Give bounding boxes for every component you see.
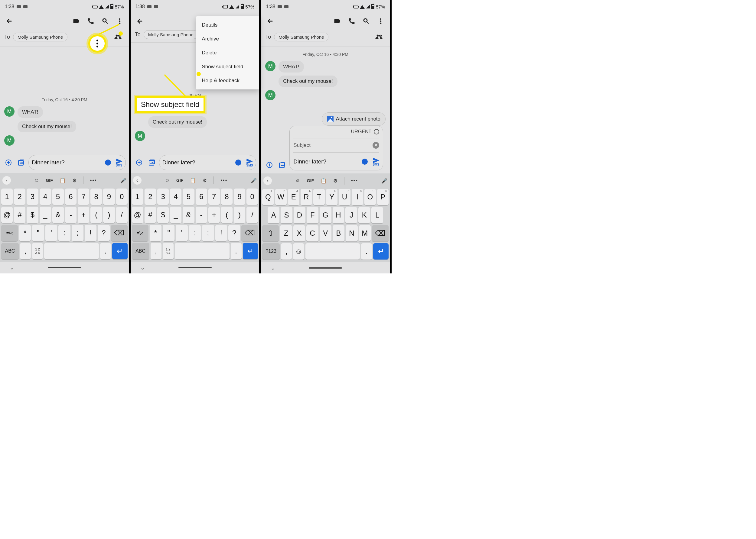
key[interactable]: 5	[183, 189, 194, 205]
key[interactable]: Y6	[326, 189, 337, 205]
keyboard-collapse-button[interactable]: ‹	[263, 177, 272, 185]
key[interactable]: _	[40, 207, 51, 223]
key[interactable]: !	[85, 225, 96, 241]
key[interactable]: (	[90, 207, 102, 223]
key[interactable]: O9	[364, 189, 376, 205]
key[interactable]: =\<	[1, 225, 18, 241]
sticker-icon[interactable]: ☺	[295, 178, 300, 184]
key[interactable]: :	[58, 225, 70, 241]
sticker-icon[interactable]: ☺	[34, 178, 39, 183]
key[interactable]: #	[14, 207, 25, 223]
compose-input[interactable]: Dinner later? SMS	[29, 155, 126, 170]
key[interactable]: 3	[157, 189, 169, 205]
clipboard-icon[interactable]: 📋	[190, 178, 196, 184]
video-call-button[interactable]	[331, 15, 344, 28]
key[interactable]: G	[320, 207, 331, 223]
phone-call-button[interactable]	[345, 15, 358, 28]
key[interactable]: ⇧	[262, 225, 279, 241]
message-bubble[interactable]: Check out my mouse!	[148, 116, 207, 128]
avatar[interactable]: M	[265, 90, 275, 100]
nav-caret-icon[interactable]: ⌄	[271, 265, 275, 271]
settings-icon[interactable]: ⚙	[333, 178, 337, 184]
key[interactable]: ABC	[1, 243, 19, 259]
key[interactable]: 7	[208, 189, 220, 205]
urgent-toggle[interactable]: URGENT	[293, 129, 379, 134]
emoji-button[interactable]	[233, 157, 244, 168]
key[interactable]	[44, 243, 99, 259]
key[interactable]: ,	[150, 243, 161, 259]
key[interactable]: ,	[281, 243, 292, 260]
menu-item-help[interactable]: Help & feedback	[196, 74, 259, 88]
key[interactable]: *	[150, 225, 161, 241]
key[interactable]: K	[358, 207, 370, 223]
key[interactable]: 1 23 4	[163, 243, 174, 259]
gif-button[interactable]: GIF	[46, 178, 52, 183]
key[interactable]: .	[100, 243, 111, 259]
key[interactable]: P0	[377, 189, 389, 205]
key[interactable]: U7	[339, 189, 350, 205]
key[interactable]: ⌫	[241, 225, 258, 241]
key[interactable]: :	[189, 225, 201, 241]
attach-recent-photo-button[interactable]: Attach recent photo	[322, 113, 386, 126]
emoji-button[interactable]	[103, 157, 113, 168]
settings-icon[interactable]: ⚙	[203, 178, 207, 184]
key[interactable]: 0	[116, 189, 128, 205]
message-bubble[interactable]: Check out my mouse!	[278, 76, 337, 87]
home-indicator[interactable]	[48, 267, 81, 268]
key[interactable]: V	[320, 225, 331, 241]
key[interactable]: "	[163, 225, 174, 241]
more-icon[interactable]: •••	[221, 178, 228, 183]
key[interactable]: /	[246, 207, 258, 223]
key[interactable]: ⌫	[111, 225, 128, 241]
key[interactable]: H	[332, 207, 344, 223]
key[interactable]: .	[361, 243, 372, 260]
clear-subject-button[interactable]: ✕	[373, 142, 379, 149]
key[interactable]: 2	[14, 189, 25, 205]
key[interactable]: 8	[221, 189, 233, 205]
menu-item-archive[interactable]: Archive	[196, 32, 259, 46]
key[interactable]: 1	[1, 189, 13, 205]
key[interactable]: 9	[234, 189, 245, 205]
add-attachment-button[interactable]	[134, 157, 144, 168]
key[interactable]: ;	[72, 225, 83, 241]
key[interactable]: @	[1, 207, 13, 223]
key[interactable]: +	[208, 207, 220, 223]
key[interactable]: 7	[78, 189, 89, 205]
key[interactable]: ,	[20, 243, 31, 259]
key[interactable]: N	[346, 225, 357, 241]
add-group-button[interactable]	[372, 30, 386, 43]
key[interactable]: B	[332, 225, 344, 241]
key[interactable]: 4	[40, 189, 51, 205]
avatar[interactable]: M	[265, 61, 275, 71]
mic-icon[interactable]: 🎤	[120, 178, 127, 184]
key[interactable]: 8	[90, 189, 102, 205]
key[interactable]: Q1	[262, 189, 274, 205]
key[interactable]: ↵	[112, 243, 128, 259]
message-bubble[interactable]: WHAT!	[18, 106, 43, 118]
nav-caret-icon[interactable]: ⌄	[140, 265, 145, 271]
keyboard[interactable]: ‹ ☺ GIF 📋 ⚙ ••• 🎤 1234567890 @#$_&-+()/ …	[131, 173, 259, 262]
key[interactable]: X	[293, 225, 305, 241]
search-button[interactable]	[359, 15, 373, 28]
key[interactable]: 4	[170, 189, 181, 205]
send-button[interactable]: SMS	[246, 158, 253, 167]
recipient-chip[interactable]: Molly Samsung Phone	[274, 33, 329, 41]
keyboard[interactable]: ‹ ☺ GIF 📋 ⚙ ••• 🎤 Q1W2E3R4T5Y6U7I8O9P0 A…	[261, 174, 390, 262]
key[interactable]: 1 23 4	[32, 243, 43, 259]
key[interactable]: '	[46, 225, 57, 241]
key[interactable]: M	[359, 225, 371, 241]
key[interactable]: ☺	[293, 243, 304, 260]
gif-button[interactable]: GIF	[307, 178, 314, 183]
avatar[interactable]: M	[135, 131, 145, 141]
keyboard-collapse-button[interactable]: ‹	[2, 176, 11, 185]
key[interactable]: '	[176, 225, 187, 241]
key[interactable]: *	[19, 225, 31, 241]
messages-area[interactable]: Friday, Oct 16 • 4:30 PM M WHAT! Check o…	[0, 47, 129, 153]
more-options-button[interactable]	[374, 15, 387, 28]
mic-icon[interactable]: 🎤	[251, 178, 257, 184]
mic-icon[interactable]: 🎤	[381, 178, 387, 184]
messages-area[interactable]: Friday, Oct 16 • 4:30 PM M WHAT! Check o…	[261, 47, 390, 126]
send-button[interactable]: SMS	[373, 157, 379, 166]
key[interactable]: E3	[288, 189, 299, 205]
gallery-button[interactable]	[277, 160, 288, 170]
